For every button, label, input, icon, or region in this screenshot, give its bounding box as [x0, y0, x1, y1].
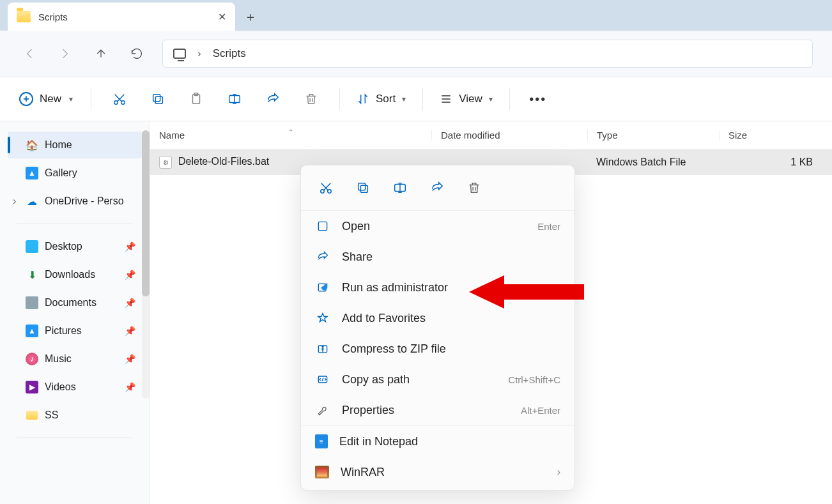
- sidebar-item-pictures[interactable]: ▲ Pictures 📌: [8, 317, 142, 344]
- open-icon: [315, 220, 330, 233]
- pin-icon: 📌: [125, 241, 135, 252]
- ctx-properties[interactable]: Properties Alt+Enter: [301, 395, 574, 425]
- sidebar-label: Home: [45, 139, 72, 151]
- chevron-down-icon: ▾: [69, 95, 73, 103]
- ctx-label: Compress to ZIP file: [342, 342, 446, 356]
- sidebar-label: SS: [45, 409, 58, 421]
- breadcrumb-current[interactable]: Scripts: [213, 47, 246, 60]
- winrar-icon: [315, 466, 329, 478]
- ctx-label: Share: [342, 250, 373, 264]
- view-button[interactable]: View ▾: [435, 86, 498, 112]
- sidebar-label: Gallery: [45, 167, 77, 179]
- share-button[interactable]: [256, 86, 289, 112]
- sidebar-label: Documents: [45, 297, 96, 309]
- paste-button[interactable]: [180, 86, 213, 112]
- forward-button[interactable]: [47, 41, 83, 66]
- file-size: 1 KB: [719, 157, 832, 168]
- sidebar: 🏠 Home ▲ Gallery ☁ OneDrive - Perso Desk…: [0, 121, 150, 504]
- delete-button[interactable]: [295, 86, 328, 112]
- sidebar-item-onedrive[interactable]: ☁ OneDrive - Perso: [8, 188, 142, 215]
- file-name: Delete-Old-Files.bat: [178, 156, 269, 167]
- ctx-open[interactable]: Open Enter: [301, 211, 574, 241]
- sidebar-label: Downloads: [45, 269, 95, 280]
- downloads-icon: ⬇: [26, 268, 38, 281]
- desktop-icon: [26, 240, 38, 253]
- col-size[interactable]: Size: [719, 130, 832, 141]
- ctx-label: WinRAR: [341, 466, 385, 479]
- up-button[interactable]: [83, 41, 119, 66]
- col-date-modified[interactable]: Date modified: [431, 130, 587, 141]
- sidebar-label: OneDrive - Perso: [45, 195, 124, 207]
- sidebar-item-downloads[interactable]: ⬇ Downloads 📌: [8, 261, 142, 288]
- shield-icon: [315, 281, 330, 294]
- new-button[interactable]: + New ▾: [13, 86, 79, 112]
- gallery-icon: ▲: [26, 167, 38, 179]
- sidebar-item-ss[interactable]: SS: [8, 402, 142, 429]
- close-tab-icon[interactable]: ✕: [218, 11, 226, 23]
- folder-icon: [26, 409, 38, 422]
- tab-current[interactable]: Scripts ✕: [8, 3, 235, 31]
- svg-rect-2: [155, 96, 162, 103]
- ctx-label: Edit in Notepad: [339, 435, 418, 448]
- sort-ascending-icon: ⌃: [288, 128, 293, 135]
- ctx-compress-zip[interactable]: Compress to ZIP file: [301, 333, 574, 364]
- copy-button[interactable]: [141, 86, 174, 112]
- svg-rect-9: [360, 185, 367, 192]
- col-name[interactable]: ⌃ Name: [150, 130, 431, 141]
- rename-button[interactable]: [218, 86, 251, 112]
- batch-file-icon: ⚙: [159, 156, 172, 169]
- ctx-label: Add to Favorites: [342, 312, 426, 325]
- tab-title: Scripts: [38, 11, 68, 22]
- sidebar-item-gallery[interactable]: ▲ Gallery: [8, 160, 142, 187]
- sidebar-item-home[interactable]: 🏠 Home: [8, 132, 142, 158]
- sidebar-item-music[interactable]: ♪ Music 📌: [8, 346, 142, 372]
- address-bar[interactable]: › Scripts: [162, 40, 813, 68]
- ctx-winrar[interactable]: WinRAR ›: [301, 457, 574, 487]
- titlebar: Scripts ✕ ＋: [0, 0, 832, 31]
- ctx-share[interactable]: Share: [301, 241, 574, 272]
- sort-button[interactable]: Sort ▾: [351, 86, 411, 112]
- share-icon: [315, 250, 330, 263]
- zip-icon: [315, 342, 330, 355]
- ctx-edit-in-notepad[interactable]: ≡ Edit in Notepad: [301, 426, 574, 457]
- refresh-button[interactable]: [119, 41, 155, 66]
- ctx-label: Open: [342, 220, 370, 233]
- svg-rect-12: [318, 222, 327, 230]
- folder-icon: [17, 11, 31, 22]
- sidebar-item-desktop[interactable]: Desktop 📌: [8, 233, 142, 260]
- scrollbar-thumb[interactable]: [142, 130, 150, 296]
- ctx-copy-as-path[interactable]: Copy as path Ctrl+Shift+C: [301, 364, 574, 395]
- pc-icon: [173, 49, 186, 59]
- chevron-down-icon: ▾: [402, 95, 406, 103]
- ctx-label: Properties: [342, 404, 394, 417]
- plus-icon: +: [19, 92, 33, 106]
- cut-button[interactable]: [103, 86, 136, 112]
- home-icon: 🏠: [26, 139, 38, 151]
- svg-point-1: [121, 101, 125, 105]
- sidebar-label: Videos: [45, 381, 76, 393]
- rename-icon[interactable]: [393, 181, 407, 195]
- sidebar-item-documents[interactable]: Documents 📌: [8, 289, 142, 316]
- new-label: New: [40, 93, 61, 105]
- col-type[interactable]: Type: [587, 130, 719, 141]
- videos-icon: ▶: [26, 381, 38, 393]
- share-icon[interactable]: [430, 181, 444, 195]
- ctx-run-as-administrator[interactable]: Run as administrator: [301, 272, 574, 303]
- back-button[interactable]: [12, 41, 47, 66]
- sidebar-label: Pictures: [45, 325, 82, 337]
- more-button[interactable]: •••: [521, 86, 555, 112]
- pictures-icon: ▲: [26, 325, 38, 337]
- sidebar-item-videos[interactable]: ▶ Videos 📌: [8, 374, 142, 401]
- context-menu: Open Enter Share Run as administrator Ad…: [300, 165, 575, 491]
- ctx-label: Copy as path: [342, 373, 410, 386]
- new-tab-button[interactable]: ＋: [235, 3, 266, 31]
- copy-icon[interactable]: [356, 181, 370, 195]
- svg-point-0: [114, 101, 118, 105]
- ctx-hint: Enter: [537, 221, 560, 232]
- svg-point-7: [321, 190, 325, 194]
- delete-icon[interactable]: [467, 181, 481, 195]
- cut-icon[interactable]: [319, 181, 333, 195]
- ctx-add-to-favorites[interactable]: Add to Favorites: [301, 303, 574, 333]
- chevron-down-icon: ▾: [489, 95, 493, 103]
- svg-rect-3: [153, 95, 160, 102]
